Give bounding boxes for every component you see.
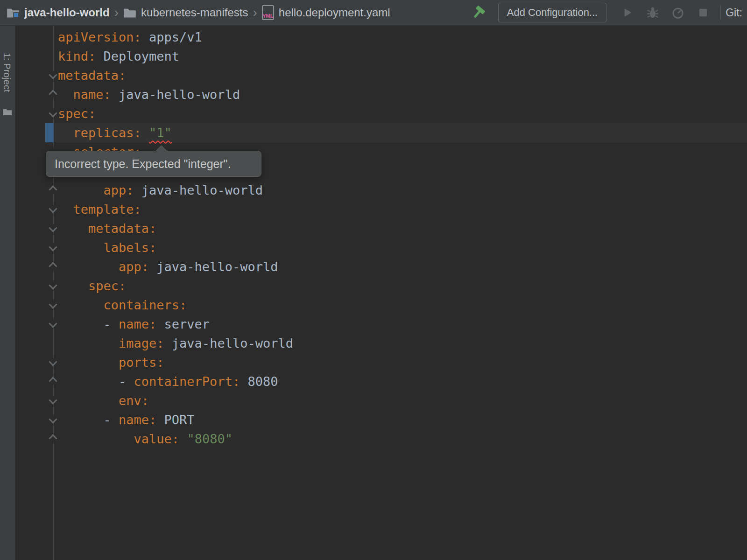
code-token: - [58,374,134,389]
code-token: name: [119,317,156,331]
profiler-gauge-icon [671,6,685,20]
hammer-icon [471,5,486,20]
fold-start-marker-icon[interactable] [49,281,57,289]
code-line[interactable]: - name: PORT [15,410,747,429]
fold-end-marker-icon[interactable] [49,434,57,442]
chevron-right-icon: › [253,6,257,19]
code-line[interactable]: image: java-hello-world [15,334,747,353]
code-token: labels: [104,240,157,255]
code-token: apps/v1 [141,30,202,44]
code-token [58,279,88,293]
profiler-button[interactable] [667,4,689,21]
code-line[interactable]: template: [15,200,747,219]
fold-start-marker-icon[interactable] [49,300,57,308]
toolbar-divider [720,6,721,20]
code-token: image: [119,336,164,350]
debug-button[interactable] [642,4,663,21]
code-text: kind: Deployment [58,49,179,63]
code-line[interactable]: env: [15,391,747,410]
code-token: server [156,317,210,331]
code-token [58,126,73,140]
code-token: java-hello-world [149,259,278,274]
tool-window-button-project[interactable]: 1: Project [1,53,12,92]
fold-end-marker-icon[interactable] [49,90,57,98]
debug-bug-icon [646,6,660,20]
code-line[interactable]: labels: [15,238,747,257]
code-line[interactable]: value: "8080" [15,429,747,448]
code-line[interactable]: containers: [15,295,747,315]
code-line[interactable]: spec: [15,104,747,123]
code-token: Deployment [96,49,179,63]
yml-file-icon: YML [262,5,274,20]
code-token: app: [104,183,134,197]
fold-start-marker-icon[interactable] [49,224,57,232]
fold-start-marker-icon[interactable] [49,70,57,79]
code-line[interactable]: metadata: [15,219,747,238]
code-token [58,336,119,350]
code-token: 8080 [240,374,278,389]
code-token: spec: [58,106,96,121]
code-line[interactable]: - containerPort: 8080 [15,372,747,391]
code-line[interactable]: app: java-hello-world [15,181,747,200]
error-highlighted-value: "1" [149,126,172,140]
run-icon [620,6,634,20]
code-line[interactable]: name: java-hello-world [15,85,747,104]
fold-start-marker-icon[interactable] [49,319,57,328]
code-token: app: [119,259,149,274]
code-token: apiVersion: [58,30,141,44]
code-token: metadata: [88,221,156,236]
build-project-button[interactable] [467,3,490,22]
breadcrumb-folder[interactable]: kubernetes-manifests [123,6,248,19]
fold-start-marker-icon[interactable] [49,243,57,251]
code-text: template: [58,202,141,217]
code-token: template: [73,202,141,217]
code-token: containers: [104,298,187,312]
code-token: java-hello-world [134,183,263,197]
fold-end-marker-icon[interactable] [49,185,57,194]
code-token [58,355,119,370]
code-line[interactable]: apiVersion: apps/v1 [15,28,747,47]
ide-window: java-hello-world › kubernetes-manifests … [0,0,747,560]
fold-start-marker-icon[interactable] [49,415,57,423]
code-line[interactable]: - name: server [15,315,747,334]
breadcrumb-file[interactable]: YML hello.deployment.yaml [262,5,390,20]
code-line[interactable]: kind: Deployment [15,47,747,66]
code-text: image: java-hello-world [58,336,293,350]
add-configuration-button[interactable]: Add Configuration... [498,3,606,22]
code-line[interactable]: ports: [15,353,747,372]
breadcrumb-project[interactable]: java-hello-world [7,6,110,19]
editor[interactable]: apiVersion: apps/v1kind: Deploymentmetad… [15,26,747,560]
stop-button[interactable] [692,4,714,21]
code-token: PORT [156,413,194,427]
code-lines: apiVersion: apps/v1kind: Deploymentmetad… [15,28,747,448]
fold-end-marker-icon[interactable] [49,377,57,385]
code-line[interactable]: spec: [15,276,747,295]
code-line[interactable]: metadata: [15,66,747,85]
code-line-current[interactable]: replicas: "1" [15,123,747,142]
fold-end-marker-icon[interactable] [49,262,57,270]
project-folder-icon [7,7,20,18]
code-text: app: java-hello-world [58,259,278,274]
breadcrumb-file-label: hello.deployment.yaml [279,6,390,19]
tool-window-stripe: 1: Project [0,26,15,560]
code-token [58,87,73,102]
stop-icon [696,6,710,20]
run-button[interactable] [617,4,638,21]
code-line[interactable]: app: java-hello-world [15,257,747,276]
code-token [58,202,73,217]
fold-start-marker-icon[interactable] [49,396,57,404]
fold-start-marker-icon[interactable] [49,204,57,213]
project-tool-window-icon[interactable] [3,108,12,116]
code-token: - [58,317,119,331]
error-tooltip: Incorrect type. Expected "integer". [46,151,261,177]
fold-start-marker-icon[interactable] [49,109,57,117]
code-text: labels: [58,240,156,255]
git-branch-widget[interactable]: Git: [726,7,744,19]
code-text: ports: [58,355,164,370]
code-text: replicas: "1" [58,126,172,140]
code-text: env: [58,393,149,408]
code-text: metadata: [58,68,126,83]
fold-start-marker-icon[interactable] [49,357,57,366]
code-text: - name: PORT [58,413,195,427]
breadcrumb-folder-label: kubernetes-manifests [141,6,248,19]
